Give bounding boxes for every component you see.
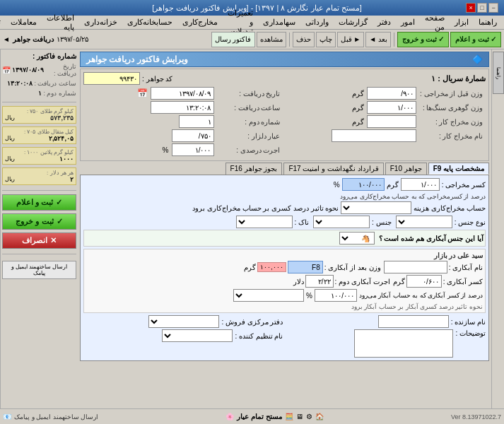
abkari-name-input[interactable] (384, 261, 447, 273)
prev-btn[interactable]: ► قبل (337, 32, 365, 47)
cancel-btn[interactable]: ✕ انصراف (2, 232, 76, 249)
save-exit-btn[interactable]: ✓ ثبت و خروج (397, 32, 450, 47)
menu-help[interactable]: راهنما (474, 17, 501, 28)
right-cal-icon[interactable]: 📅 (2, 66, 11, 74)
right-divider1 (2, 102, 76, 102)
weight-before-label: وزن قبل از مخراجی : (419, 90, 483, 98)
gender-type-select[interactable] (396, 216, 452, 228)
weight-stones-input[interactable] (367, 101, 416, 114)
center-select[interactable] (148, 315, 219, 328)
gender-select[interactable] (313, 216, 370, 228)
abkari-question-select[interactable]: 🐴 (339, 232, 375, 245)
invoice2-label: شماره دوم : (217, 118, 281, 126)
menu-imports[interactable]: وارداتی (301, 17, 333, 28)
nak-select[interactable] (236, 216, 293, 228)
gold750b-box: کیل متقال طلای ۷۰۵ : ۲,۵۲۴,۰۵ ریال (2, 126, 76, 144)
gold750-label: کیلو گرم طلای ۷۵۰ : (27, 108, 74, 114)
menu-base-info[interactable]: اطلاعات پایه (42, 13, 78, 33)
dollar-box: هر هر دلار : ۲ ریال (2, 167, 76, 185)
form-title-text: ویرایش فاکتور دریافت جواهر (86, 54, 188, 64)
center-label: دفتر مرکزی فروش : (221, 318, 283, 326)
weight-before-input[interactable] (367, 87, 416, 100)
weight-after-input[interactable] (288, 261, 323, 273)
weight-out-input[interactable] (367, 115, 416, 128)
ajrat-input[interactable] (172, 143, 214, 156)
kasri-abkari-unit: گرم (393, 278, 405, 285)
status-icon-monitor[interactable]: 🖥 (296, 413, 303, 420)
right-time-value: ۱۳:۲۰:۰۸ (7, 80, 33, 87)
menu-reports[interactable]: گزارشات (334, 17, 372, 28)
gold750b-label-row: کیل متقال طلای ۷۰۵ : (5, 129, 74, 135)
window-controls[interactable]: − □ × (466, 3, 498, 13)
pct-input[interactable] (315, 289, 357, 302)
save-exit-label: ثبت و خروج (402, 35, 438, 43)
menu-mypage[interactable]: صفحه من (421, 13, 449, 33)
maximize-button[interactable]: □ (477, 3, 487, 13)
ayar-label: عیار دلزار : (217, 132, 281, 140)
form-title-icon: 🔷 (472, 54, 483, 64)
kasri-input1[interactable] (401, 178, 440, 191)
status-text2: ارسال ساختهمند ایمیل و پیامک (14, 413, 98, 420)
menu-tasks[interactable]: امور (397, 17, 419, 28)
status-icon-home[interactable]: 🏠 (315, 413, 324, 420)
weight-out-unit: گرم (352, 118, 364, 126)
close-button[interactable]: × (466, 3, 476, 13)
minimize-button[interactable]: − (488, 3, 498, 13)
kasri-gram: گرم (387, 181, 399, 189)
notes-textarea[interactable] (354, 329, 453, 358)
ayar-input[interactable] (172, 129, 214, 142)
menu-transactions[interactable]: معاملات (6, 17, 41, 28)
menu-shareholders[interactable]: سهامداری (259, 17, 300, 28)
nak-label: ناک : (295, 218, 310, 226)
send-email-btn[interactable]: ارسال ساختهمند ایمیل و پیامک (2, 261, 76, 279)
invoice2-input[interactable] (179, 115, 214, 128)
right-time-label: ساعت دریافت : (34, 80, 76, 87)
status-icon-flower: 🌸 (225, 413, 234, 420)
sidebar-icon-1[interactable]: ‫راهنما (493, 52, 504, 94)
confirm-btn[interactable]: ✓ ثبت و اعلام (2, 194, 76, 211)
dollar-input[interactable] (305, 275, 334, 288)
status-icon-calc[interactable]: 🧮 (285, 413, 293, 420)
weight-out-label: وزن مخراج کار : (419, 118, 483, 126)
menu-tools[interactable]: ابزار (450, 17, 473, 28)
delete-btn[interactable]: حذف (293, 32, 315, 47)
pct-account-select[interactable] (233, 289, 304, 302)
confirmer-select[interactable] (162, 329, 233, 342)
kasri-account-select[interactable] (341, 201, 411, 214)
kasri-abkari-label: کسر آبکاری : (443, 278, 483, 285)
time-input[interactable] (151, 101, 214, 114)
pct-label: درصد از کسر آبکاری که به حساب آبکار می‌ر… (359, 292, 483, 299)
tab-jewel[interactable]: جواهر F10 (385, 163, 427, 175)
silver-label: کیلو گرم پلاتین ۱۰۰۰ : (24, 149, 74, 155)
kasri-abkari-input[interactable] (406, 275, 442, 288)
weight-stones-unit: گرم (352, 104, 364, 112)
save-exit-action-btn[interactable]: ✓ ثبت و خروج (2, 213, 76, 230)
maker-input[interactable] (378, 315, 449, 328)
seller-input[interactable] (332, 129, 416, 142)
weight-stones-row: وزن گوهری سنگ‌ها : گرم (286, 101, 486, 114)
kasri-pct-input[interactable] (342, 178, 385, 191)
tab-permit[interactable]: بجوز جواهر F16 (225, 163, 283, 175)
calendar-icon[interactable]: 📅 (137, 88, 148, 98)
gold750b-value-row: ۲,۵۲۴,۰۵ ریال (5, 135, 74, 142)
menu-treasury[interactable]: خزانه‌داری (80, 17, 122, 28)
invoice-num-input[interactable] (83, 72, 140, 85)
fax-btn[interactable]: فاکتور رسال (211, 32, 255, 47)
print-btn[interactable]: چاپ (316, 32, 336, 47)
menu-expenses-work[interactable]: مخارج‌کاری (178, 17, 222, 28)
view-btn[interactable]: مشاهده (257, 32, 286, 47)
date-input[interactable] (151, 87, 214, 100)
save-announce-btn[interactable]: ✓ ثبت و اعلام (450, 32, 501, 47)
weight-unit-1: گرم (352, 90, 364, 98)
silver-unit: ریال (5, 155, 15, 163)
gender-label: جنس : (372, 218, 392, 226)
menu-ledger[interactable]: دفتر (373, 17, 395, 28)
menu-accounting[interactable]: حسابخانه‌کاری (123, 17, 177, 28)
status-version: Ver 8.13971022.7 (451, 413, 501, 420)
next-btn[interactable]: بعد ◄ (365, 32, 391, 47)
tab-contract[interactable]: قرارداد نگهداشت و امنیت F17 (283, 163, 383, 175)
sep2 (289, 33, 290, 47)
menu-production[interactable]: تولید (0, 17, 5, 28)
tab-basic[interactable]: مشخصات پایه F9 (428, 163, 489, 175)
status-icon-settings[interactable]: ⚙ (306, 413, 312, 420)
